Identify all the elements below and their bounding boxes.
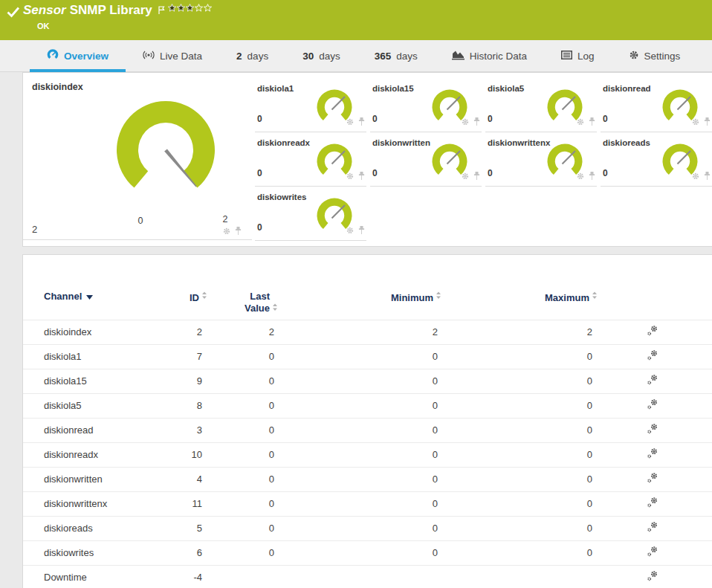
pin-icon[interactable]: [358, 116, 365, 129]
pin-icon[interactable]: [589, 170, 595, 184]
star-empty-icon: [204, 4, 212, 12]
channel-id-cell: 10: [172, 442, 207, 467]
gauge-cell: diskiola1 0: [255, 81, 366, 132]
gauge-cell: diskiola5 0: [485, 81, 597, 132]
tab-historic-data[interactable]: Historic Data: [435, 40, 544, 71]
gauge-value: 0: [257, 114, 262, 124]
channel-name-cell: diskionread: [23, 418, 172, 442]
channel-name-cell: Downtime: [23, 565, 172, 588]
channel-minimum-cell: 0: [278, 442, 441, 467]
page-title: SensorSNMP Library: [23, 3, 152, 18]
gear-icon[interactable]: [346, 116, 355, 129]
gauge-value: 0: [488, 168, 493, 178]
column-header-settings: [598, 277, 712, 320]
gauge-cell: diskionwrittenx 0: [485, 135, 597, 187]
channel-maximum-cell: 0: [441, 344, 598, 369]
tab-settings[interactable]: Settings: [612, 40, 698, 71]
channel-last-value-cell: 0: [207, 369, 278, 393]
channel-name-cell: diskionreadx: [23, 442, 172, 467]
channel-settings-icon[interactable]: [647, 325, 658, 339]
channel-maximum-cell: 0: [441, 418, 598, 442]
channel-settings-icon[interactable]: [647, 521, 658, 535]
channel-name-cell: diskiola5: [23, 393, 172, 418]
tab-number: 365: [375, 51, 392, 62]
tab-label: Live Data: [160, 51, 202, 62]
pin-icon[interactable]: [358, 224, 365, 238]
channel-settings-icon[interactable]: [647, 374, 658, 388]
column-header-last-value[interactable]: Last Value: [207, 277, 278, 320]
channel-settings-icon[interactable]: [647, 448, 658, 462]
gauge-title: diskionreadx: [257, 138, 310, 147]
tab-bar: Overview Live Data 2 days 30 days 365 da…: [0, 40, 712, 72]
tab-30-days[interactable]: 30 days: [285, 40, 357, 71]
channel-last-value-cell: 0: [207, 491, 278, 516]
table-row: diskiola5 8 0 0 0: [23, 393, 712, 418]
gauge-cell: diskiowrites 0: [255, 190, 366, 241]
sensor-header: SensorSNMP Library OK: [0, 0, 712, 40]
tab-label: days: [396, 51, 418, 62]
gauge-cell: diskiola15 0: [370, 81, 482, 132]
table-row: diskionwrittenx 11 0 0 0: [23, 491, 712, 516]
channel-name-cell: diskioindex: [23, 320, 172, 344]
column-header-id[interactable]: ID: [172, 277, 207, 320]
tab-overview[interactable]: Overview: [30, 40, 126, 71]
gear-icon[interactable]: [346, 170, 355, 184]
tab-live-data[interactable]: Live Data: [126, 40, 219, 71]
channel-last-value-cell: 0: [207, 344, 278, 369]
gauge-cell: diskioreads 0: [601, 135, 712, 187]
pin-icon[interactable]: [704, 170, 711, 184]
pin-icon[interactable]: [589, 116, 595, 129]
gear-icon[interactable]: [346, 224, 355, 238]
pin-icon[interactable]: [235, 225, 242, 239]
tab-label: days: [319, 51, 340, 62]
gear-icon[interactable]: [576, 170, 585, 184]
channel-settings-icon[interactable]: [647, 472, 658, 486]
status-badge: OK: [37, 22, 50, 30]
tab-2-days[interactable]: 2 days: [219, 40, 285, 71]
channel-table: Channel ID Las: [23, 277, 712, 588]
pin-icon[interactable]: [358, 170, 365, 184]
pin-icon[interactable]: [473, 170, 480, 184]
tab-number: 30: [302, 51, 314, 62]
channel-settings-icon[interactable]: [647, 349, 658, 364]
star-filled-icon: [168, 4, 176, 12]
gauge-title: diskiola15: [372, 84, 414, 93]
sort-icon: [272, 303, 278, 314]
channel-maximum-cell: 0: [441, 467, 598, 491]
column-header-maximum[interactable]: Maximum: [441, 277, 598, 320]
channel-settings-icon[interactable]: [647, 546, 658, 560]
gear-icon[interactable]: [222, 225, 231, 239]
sort-icon: [592, 291, 598, 302]
tab-365-days[interactable]: 365 days: [357, 40, 435, 71]
channel-id-cell: 9: [172, 369, 207, 393]
gear-icon[interactable]: [461, 170, 470, 184]
channel-name-cell: diskiola15: [23, 369, 172, 393]
channel-settings-icon[interactable]: [647, 423, 658, 437]
gear-icon[interactable]: [691, 116, 700, 129]
gauge-min-label: 0: [132, 216, 149, 226]
column-header-channel[interactable]: Channel: [23, 277, 172, 320]
gear-icon[interactable]: [576, 116, 585, 129]
pin-icon[interactable]: [704, 116, 711, 129]
sort-icon: [201, 291, 207, 302]
channel-name-cell: diskionwrittenx: [23, 491, 172, 516]
channel-minimum-cell: [278, 565, 441, 588]
gauge-value: 0: [372, 168, 378, 178]
gauge-dial: [114, 98, 218, 206]
table-header-row: Channel ID Las: [23, 277, 712, 320]
channel-settings-icon[interactable]: [647, 398, 658, 413]
tab-label: Historic Data: [470, 51, 527, 62]
channel-settings-icon[interactable]: [647, 497, 658, 511]
column-header-minimum[interactable]: Minimum: [278, 277, 441, 320]
gear-icon[interactable]: [461, 116, 470, 129]
tab-log[interactable]: Log: [544, 40, 612, 71]
overview-panel: diskioindex 0 2 2 diskiola1 0: [22, 72, 712, 247]
flag-icon[interactable]: [158, 4, 165, 18]
pin-icon[interactable]: [473, 116, 480, 129]
table-row: diskiola1 7 0 0 0: [23, 344, 712, 369]
gauge-value: 0: [257, 168, 262, 178]
gauge-value: 0: [257, 222, 262, 233]
priority-stars[interactable]: [168, 4, 212, 12]
channel-settings-icon[interactable]: [647, 570, 658, 584]
gear-icon[interactable]: [691, 170, 700, 184]
